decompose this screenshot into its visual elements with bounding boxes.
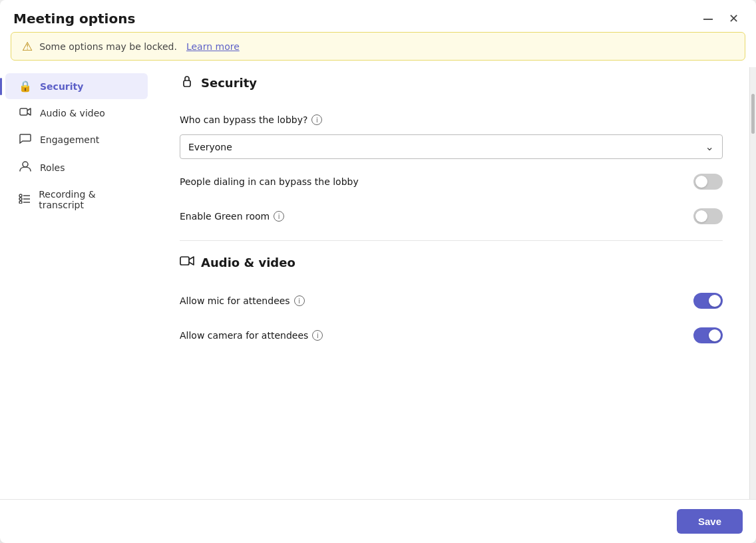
meeting-options-window: Meeting options ✕ ⚠ Some options may be … [0,0,756,543]
sidebar-label-security: Security [40,81,83,92]
allow-camera-info-icon[interactable]: i [312,330,323,341]
scrollbar-thumb[interactable] [751,94,755,134]
minimize-button[interactable] [699,11,717,26]
green-room-text: Enable Green room [180,211,270,222]
scrollbar-track[interactable] [749,67,756,499]
green-room-row: Enable Green room i [180,199,723,234]
security-icon: 🔒 [19,80,32,92]
recording-icon [19,193,31,206]
title-bar: Meeting options ✕ [0,0,756,32]
allow-mic-thumb [709,295,721,307]
allow-mic-toggle[interactable] [693,293,723,309]
warning-icon: ⚠ [22,39,33,53]
sidebar-item-roles[interactable]: Roles [5,154,148,182]
allow-camera-row: Allow camera for attendees i [180,318,723,353]
security-section-title: Security [201,76,257,90]
engagement-icon [19,133,32,146]
sidebar-label-audio-video: Audio & video [40,108,105,118]
allow-mic-text: Allow mic for attendees [180,295,290,306]
allow-camera-thumb [709,329,721,341]
audio-video-section-icon [180,254,194,270]
people-dialing-toggle[interactable] [693,174,723,190]
warning-banner: ⚠ Some options may be locked. Learn more [11,32,745,61]
lobby-bypass-dropdown[interactable]: Everyone ⌄ [180,134,723,159]
sidebar-label-roles: Roles [40,162,65,173]
green-room-track [693,208,723,224]
sidebar-label-recording: Recording & transcript [39,189,134,210]
learn-more-link[interactable]: Learn more [186,41,240,52]
allow-mic-track [693,293,723,309]
main-layout: 🔒 Security Audio & video Eng [0,67,756,499]
security-section-header: Security [180,74,723,92]
lobby-bypass-text: Who can bypass the lobby? [180,114,307,125]
allow-camera-label: Allow camera for attendees i [180,330,323,341]
security-section-icon [180,74,194,92]
audio-video-icon [19,106,32,119]
allow-camera-toggle[interactable] [693,327,723,343]
svg-point-6 [19,201,22,204]
people-dialing-text: People dialing in can bypass the lobby [180,176,359,187]
lobby-bypass-value: Everyone [188,142,232,152]
people-dialing-label: People dialing in can bypass the lobby [180,176,359,187]
section-divider [180,240,723,241]
roles-icon [19,160,32,175]
sidebar-item-recording[interactable]: Recording & transcript [5,182,148,217]
sidebar-item-engagement[interactable]: Engagement [5,126,148,153]
green-room-label: Enable Green room i [180,211,284,222]
audio-video-section-header: Audio & video [180,254,723,270]
lobby-bypass-row: Who can bypass the lobby? i [180,105,723,134]
audio-video-section-title: Audio & video [201,256,295,270]
minimize-icon [703,19,713,20]
allow-camera-track [693,327,723,343]
allow-mic-info-icon[interactable]: i [294,295,305,306]
window-title: Meeting options [13,11,135,27]
save-button[interactable]: Save [677,509,743,534]
svg-rect-8 [184,81,190,87]
allow-mic-row: Allow mic for attendees i [180,283,723,318]
sidebar-item-audio-video[interactable]: Audio & video [5,100,148,126]
sidebar-label-engagement: Engagement [40,134,99,145]
people-dialing-row: People dialing in can bypass the lobby [180,164,723,199]
chevron-down-icon: ⌄ [705,140,714,153]
title-bar-actions: ✕ [699,11,743,26]
green-room-info-icon[interactable]: i [274,211,284,222]
svg-rect-9 [180,257,189,265]
green-room-thumb [695,210,707,222]
banner-text: Some options may be locked. [39,41,177,52]
green-room-toggle[interactable] [693,208,723,224]
people-dialing-thumb [695,176,707,188]
people-dialing-track [693,174,723,190]
footer: Save [0,499,756,543]
lobby-bypass-label: Who can bypass the lobby? i [180,114,322,125]
lobby-bypass-info-icon[interactable]: i [311,114,322,125]
svg-point-1 [23,162,28,167]
allow-mic-label: Allow mic for attendees i [180,295,305,306]
sidebar: 🔒 Security Audio & video Eng [0,67,153,499]
svg-rect-0 [20,108,27,115]
sidebar-item-security[interactable]: 🔒 Security [5,73,148,99]
close-button[interactable]: ✕ [725,11,743,26]
svg-point-2 [19,194,22,197]
content-area: Security Who can bypass the lobby? i Eve… [153,67,749,499]
allow-camera-text: Allow camera for attendees [180,330,308,341]
svg-point-4 [19,198,22,200]
